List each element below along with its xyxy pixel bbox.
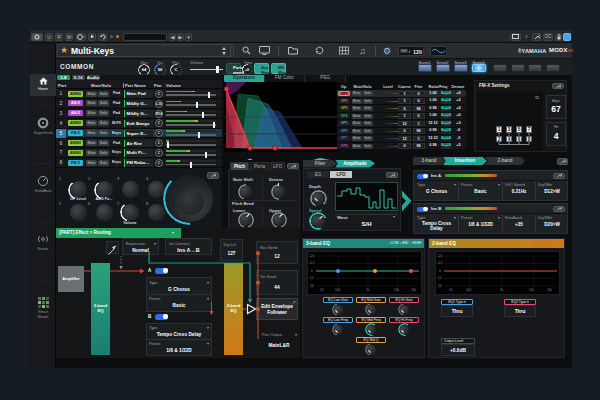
op-mute-button[interactable]: Mute xyxy=(352,114,362,119)
part-solo-button[interactable]: Solo xyxy=(98,110,109,116)
ins-a-drywet-field[interactable]: Dry/Wet D12>W xyxy=(537,181,567,200)
wave-dropdown-arrow[interactable]: ▾ xyxy=(393,214,395,219)
op-coarse[interactable]: 0 xyxy=(398,143,411,149)
eq-mid-gain-knob[interactable] xyxy=(366,305,376,315)
part-solo-button[interactable]: Solo xyxy=(98,130,109,136)
preset-name-field[interactable] xyxy=(123,33,167,41)
oc-button[interactable]: OC xyxy=(543,33,553,41)
part-mute-button[interactable]: Mute xyxy=(86,91,97,97)
tab-eg[interactable]: EG xyxy=(307,171,329,178)
part-name[interactable]: Mildly G... xyxy=(124,100,153,108)
tab-filter[interactable]: Filter xyxy=(303,160,337,168)
reload-button[interactable] xyxy=(98,33,107,41)
note-shift-knob[interactable] xyxy=(239,185,252,198)
op-solo-button[interactable]: Solo xyxy=(363,106,373,111)
volume-slider[interactable] xyxy=(190,69,223,71)
op-detune[interactable]: +0 xyxy=(453,91,465,97)
op-mute-button[interactable]: Mute xyxy=(352,129,362,134)
op-coarse[interactable]: 12 xyxy=(398,136,411,142)
part-solo-button[interactable]: Solo xyxy=(98,100,109,106)
part-name[interactable]: Mildly G... xyxy=(124,110,153,118)
eq2-type-value-box[interactable]: Thru xyxy=(504,305,536,317)
performance-title[interactable]: Multi-Keys xyxy=(71,45,114,57)
part-pan-knob[interactable]: R14 xyxy=(155,110,163,118)
part-solo-button[interactable]: Solo xyxy=(98,160,109,166)
op-mute-button[interactable]: Mute xyxy=(352,91,362,96)
part-row-4[interactable]: 4 AWM2 Mute Solo M.FX Enh Bangs C xyxy=(56,119,222,129)
fb-box[interactable]: Fb 4 xyxy=(546,122,566,146)
super-knob[interactable] xyxy=(166,175,213,222)
part-name[interactable]: Main Pad xyxy=(124,90,153,98)
spinner-down-icon[interactable] xyxy=(222,52,226,55)
op-detune[interactable]: +2 xyxy=(453,98,465,104)
op-solo-button[interactable]: Solo xyxy=(363,136,373,141)
assign-knob-3[interactable] xyxy=(122,181,139,198)
eq-hi-freq-control[interactable]: EQ Hi Freq xyxy=(389,317,419,335)
sidebar-item-superknob[interactable]: SuperKnob xyxy=(30,115,56,145)
operator-row-6[interactable]: OP6 Mute Solo 0 99 0.99 Ratio Hz -0 xyxy=(337,128,466,136)
part-name[interactable]: Super K... xyxy=(124,130,153,138)
next-preset-button[interactable]: ▶ xyxy=(177,33,184,41)
part-volume-slider[interactable] xyxy=(166,94,216,96)
part-mute-button[interactable]: Mute xyxy=(86,130,97,136)
ms-master-button[interactable]: MSMaster xyxy=(271,63,286,74)
tab-lfo[interactable]: LFO xyxy=(330,171,352,178)
op-solo-button[interactable]: Solo xyxy=(363,121,373,126)
volume-slider-handle[interactable] xyxy=(216,66,219,73)
op-fine[interactable]: 99 xyxy=(413,128,425,134)
part-pan-knob[interactable]: C xyxy=(155,149,163,157)
op-fine[interactable]: 99 xyxy=(413,143,425,149)
music-notes-icon[interactable]: ♫ xyxy=(359,46,366,56)
op-fine[interactable]: 1 xyxy=(413,136,425,142)
dial-menu-button[interactable] xyxy=(76,33,86,41)
part-solo-button[interactable]: Solo xyxy=(98,91,109,97)
sidebar-item-home[interactable]: Home xyxy=(30,74,56,96)
part-volume-slider[interactable] xyxy=(166,164,216,166)
eq-mid-freq-control[interactable]: EQ Mid Freq xyxy=(356,317,386,335)
tab-2band[interactable]: 2-band xyxy=(485,157,525,165)
assign-knob-1[interactable] xyxy=(70,181,87,198)
part-row-7[interactable]: 7 AWM2 Mute Solo Keys Multi Pi... C xyxy=(56,148,222,158)
operator-row-3[interactable]: OP3 Mute Solo 0 99 0.99 Ratio Hz +0 xyxy=(337,105,466,113)
part-row-3[interactable]: 3 AN-X Mute Solo Pad Mildly G... R14 xyxy=(56,109,222,119)
part-mute-button[interactable]: Mute xyxy=(86,140,97,146)
prev-preset-button[interactable]: ◀ xyxy=(169,33,176,41)
op-mute-button[interactable]: Mute xyxy=(352,136,362,141)
operator-row-5[interactable]: OP5 Mute Solo 12 1 12.12 Ratio Hz +3 xyxy=(337,120,466,128)
portamento-button[interactable]: Portamento xyxy=(226,63,241,74)
part-volume-slider[interactable] xyxy=(166,114,216,116)
operator-envelope-graph[interactable] xyxy=(224,82,339,153)
tab-3band[interactable]: 3-band xyxy=(413,157,445,165)
ins-a-param-field[interactable]: LFO Speed 0.21Hz xyxy=(504,181,534,200)
op-solo-button[interactable]: Solo xyxy=(363,99,373,104)
search-icon[interactable] xyxy=(242,46,251,58)
eq-low-gain-knob[interactable] xyxy=(333,305,343,315)
part-mute-button[interactable]: Mute xyxy=(86,110,97,116)
op-ratio[interactable]: 1.00 xyxy=(426,91,441,97)
scene8-button[interactable] xyxy=(546,64,560,72)
sidebar-item-knobauto[interactable]: KnobAuto xyxy=(30,173,56,203)
operator-row-1[interactable]: OP1 Mute Solo 1 0 1.00 Ratio Hz +0 xyxy=(337,90,466,98)
output-level-box[interactable]: +0.0dB xyxy=(441,344,475,356)
op-fine[interactable]: 0 xyxy=(413,113,425,119)
spinner-up-icon[interactable] xyxy=(222,47,226,50)
assign-knob-2[interactable] xyxy=(96,181,113,198)
part-mute-button[interactable]: Mute xyxy=(86,120,97,126)
part-solo-button[interactable]: Solo xyxy=(98,150,109,156)
op-fine[interactable]: 99 xyxy=(413,106,425,112)
op-coarse[interactable]: 1 xyxy=(398,113,411,119)
part-solo-button[interactable]: Solo xyxy=(98,120,109,126)
part-volume-slider[interactable] xyxy=(166,154,216,156)
op-fine[interactable]: 1 xyxy=(413,121,425,127)
ins-a-toggle[interactable] xyxy=(417,174,428,179)
op-detune[interactable]: +5 xyxy=(453,143,465,149)
part-row-6[interactable]: 6 AWM2 Mute Solo Pad Air Rez C xyxy=(56,139,222,149)
wave-monitor[interactable] xyxy=(430,46,447,56)
scene1-button[interactable] xyxy=(418,64,432,72)
op-fine[interactable]: 0 xyxy=(413,91,425,97)
part-volume-slider[interactable] xyxy=(166,144,216,146)
part-row-1[interactable]: 1 AWM2 Mute Solo Pad Main Pad C xyxy=(56,89,222,99)
part-pan-knob[interactable]: C xyxy=(155,139,163,147)
op-solo-button[interactable]: Solo xyxy=(363,144,373,149)
wave-value[interactable]: S/H xyxy=(335,221,398,227)
